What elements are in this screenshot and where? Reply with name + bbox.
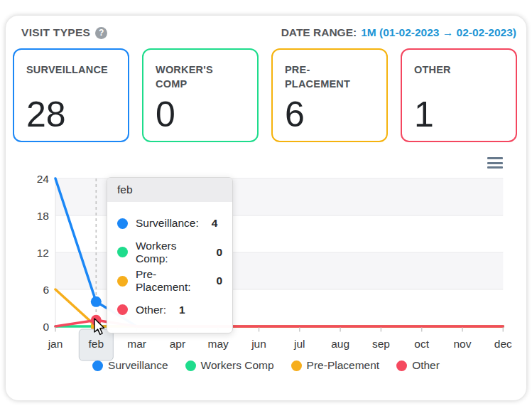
- visit-types-panel: VISIT TYPES ? DATE RANGE: 1M (01-02-2023…: [6, 16, 526, 400]
- chart-legend: Surveillance Workers Comp Pre-Placement …: [6, 359, 526, 372]
- legend-dot-icon: [92, 360, 103, 371]
- tooltip-label: Pre-Placement:: [136, 268, 203, 294]
- x-axis-label: dec: [494, 338, 512, 350]
- data-point: [91, 297, 102, 307]
- tooltip-row: Workers Comp: 0: [117, 238, 222, 267]
- y-axis-label: 6: [43, 284, 49, 296]
- mouse-cursor-icon: [93, 318, 110, 338]
- legend-item-surveillance[interactable]: Surveillance: [92, 359, 168, 372]
- series-dot-icon: [117, 247, 128, 257]
- series-dot-icon: [117, 276, 128, 287]
- tooltip-label: Surveillance:: [136, 217, 199, 230]
- legend-label: Workers Comp: [201, 359, 274, 372]
- legend-label: Pre-Placement: [307, 359, 380, 372]
- legend-label: Surveillance: [108, 359, 168, 372]
- x-axis-label: sep: [372, 338, 390, 350]
- y-axis-label: 0: [43, 321, 49, 333]
- chart-tooltip: feb Surveillance: 4 Workers Comp: 0 Pre-…: [107, 177, 233, 333]
- tooltip-row: Other: 1: [117, 296, 222, 325]
- legend-dot-icon: [291, 360, 302, 371]
- x-axis-label: jun: [251, 338, 266, 350]
- tooltip-value: 0: [216, 246, 222, 259]
- x-axis-label: may: [208, 338, 229, 350]
- tooltip-row: Surveillance: 4: [117, 209, 222, 238]
- visits-line-chart[interactable]: janfebmaraprmayjunjulaugsepoctnovdec0612…: [6, 16, 526, 400]
- legend-dot-icon: [396, 360, 407, 371]
- legend-dot-icon: [185, 360, 196, 371]
- x-axis-label: mar: [127, 338, 146, 350]
- legend-item-pre-placement[interactable]: Pre-Placement: [291, 359, 380, 372]
- legend-item-workers-comp[interactable]: Workers Comp: [185, 359, 274, 372]
- tooltip-value: 1: [179, 304, 185, 316]
- tooltip-label: Other:: [136, 304, 166, 316]
- x-axis-label: nov: [454, 338, 472, 350]
- legend-label: Other: [412, 359, 440, 372]
- y-axis-label: 18: [37, 210, 49, 222]
- x-axis-label: jan: [48, 338, 63, 350]
- x-axis-label: apr: [170, 338, 185, 350]
- y-axis-label: 12: [37, 247, 49, 259]
- tooltip-value: 0: [216, 274, 222, 287]
- legend-item-other[interactable]: Other: [396, 359, 440, 372]
- tooltip-value: 4: [212, 217, 218, 230]
- series-dot-icon: [117, 218, 128, 229]
- x-axis-label: jul: [293, 338, 305, 350]
- x-axis-label: oct: [414, 338, 429, 350]
- series-dot-icon: [117, 304, 128, 315]
- tooltip-label: Workers Comp:: [136, 240, 203, 265]
- tooltip-title: feb: [107, 178, 232, 202]
- tooltip-row: Pre-Placement: 0: [117, 267, 222, 296]
- x-axis-label: feb: [89, 338, 104, 350]
- x-axis-label: aug: [331, 338, 349, 350]
- y-axis-label: 24: [37, 173, 50, 185]
